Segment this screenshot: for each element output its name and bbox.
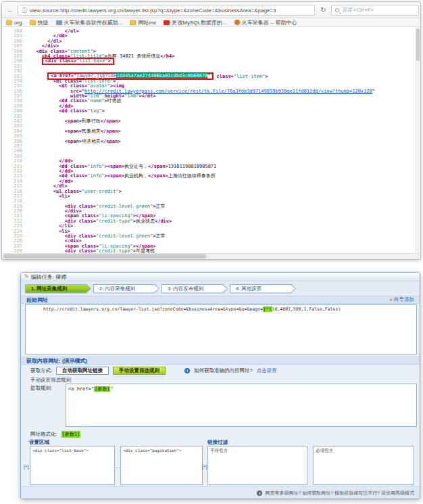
editor-footer: i 网页有多级网址? 如何获取网址? 模板或链接写法不行? 请使用高级模式 [21,486,420,499]
filter-exclude-box[interactable]: 不得包含 [207,446,307,485]
bookmark-item[interactable]: 网站me [130,19,156,26]
editor-title-bar: ✎ 编辑任务: 律师 [21,273,420,281]
rule-param: [参数] [94,386,110,392]
bookmark-item[interactable]: 火车采集器 -- 帮助中心 [234,19,297,26]
search-icon [335,8,339,12]
bookmark-label: 网站me [138,19,156,26]
step-tab-label: 3. 内容发布规则 [162,285,227,293]
url-format-label: 网址格式化: [30,431,57,438]
step-tab-label: 4. 其他设置 [230,285,295,293]
annotation-red-box: <div class="list-base"> [42,58,114,65]
info-icon: i [184,368,190,373]
url-text: view-source:http://credit.lawyers.org.cn… [30,7,276,14]
bookmark-label: 更改MySQL数据库的... [172,19,226,26]
manual-rule-button[interactable]: 手动设置筛选规则 [113,367,166,375]
step-tab-4[interactable]: 4. 其他设置 [230,284,296,294]
line-content: <span>经济相关</span> [30,139,120,144]
step-tabs: 1. 网址采集规则2. 内容采集规则3. 内容发布规则4. 其他设置 [21,282,420,295]
code-line: 202 <span>刑事行政</span> [2,119,420,124]
area-start-value: <div class="list-base"> [32,448,112,453]
bookmark-item[interactable]: 火车采集器软件权威助... [56,19,123,26]
fetch-section-header: 获取内容网址: (演示模式) [21,357,420,365]
manual-sub-label: 手动设置筛选规则 [30,377,71,384]
filter-include-box[interactable]: 必须包含 [313,446,414,485]
horizontal-scrollbar[interactable] [2,253,420,259]
code-line: 185 </dd> [2,34,420,39]
horizontal-scrollbar-thumb[interactable] [3,254,206,258]
view-source-page: 184 </ul>185 </dd>186 </dl>187 </div>188… [2,27,420,254]
area-group-title: 设置区域 [29,439,49,446]
code-line: 190 <div class="list-base"> [2,59,420,64]
url-format-value[interactable]: [参数1] [61,431,81,438]
page-icon [56,20,62,25]
editor-title: 编辑任务: 律师 [31,273,66,281]
line-content: <div class="list-base"> [30,59,114,64]
line-content: <a href="lawyer.jsp?id=1dd45a7ae274406ba… [30,74,268,79]
step-tab-1[interactable]: 1. 网址采集规则 [25,284,91,294]
add-area-start-button[interactable]: [+] [24,464,28,469]
filter-exclude-label: 不得包含 [210,448,305,454]
start-url-row[interactable]: http://credit.lawyers.org.cn/lawyer-list… [26,305,416,313]
browser-window: ← ⓘ view-source:http://credit.lawyers.or… [1,1,421,260]
fetch-method-row: 获取方式: 自动获取网址链接 手动设置筛选规则 i 如何获取准确的内容网址? 点… [21,366,420,375]
fetch-title: 获取内容网址: (演示模式) [26,357,87,365]
bookmark-label: 火车采集器 -- 帮助中心 [242,19,297,26]
code-line: 217 <li> [2,194,420,199]
line-content: <span>民事相关</span> [30,129,120,134]
rule-textarea[interactable]: <a href="[参数]" [66,384,417,427]
rule-prefix: <a href=" [68,386,94,392]
wizard-add-button[interactable]: + 向导添加 [389,296,414,303]
step-tab-label: 2. 内容采集规则 [94,285,159,293]
source-code: 184 </ul>185 </dd>186 </dl>187 </div>188… [2,27,420,254]
url-format-row: 网址格式化: [参数1] [30,431,80,438]
bookmarks-bar: org快捷火车采集器软件权威助...网站me更改MySQL数据库的...火车采集… [2,18,420,27]
footer-hint-text: 网页有多级网址? 如何获取网址? 模板或链接写法不行? 请使用高级模式 [265,490,414,497]
code-line: 207 [2,144,420,149]
code-line: 200 <dd class="tag"> [2,109,420,114]
train-icon [234,20,240,25]
rule-suffix: " [110,386,113,392]
line-content: <li> [30,194,70,199]
bookmark-item[interactable]: 快捷 [30,19,49,26]
plus-icon: + [389,297,393,303]
task-editor-window: ✎ 编辑任务: 律师 1. 网址采集规则2. 内容采集规则3. 内容发布规则4.… [20,272,420,499]
vertical-scrollbar[interactable] [416,27,420,254]
hint-settings-link[interactable]: 点击设置 [257,367,277,374]
start-url-section-header: 起始网址 + 向导添加 [21,296,420,304]
start-url-title: 起始网址 [26,296,48,304]
filter-group-title: 链接过滤 [207,439,228,446]
back-icon[interactable]: ← [5,5,16,15]
search-input[interactable]: 百度 <Ctrl+K> [331,5,419,16]
rule-label: 提取规则: [30,385,52,392]
area-start-box[interactable]: <div class="list-base"> [30,446,115,485]
folder-icon [130,20,136,25]
folder-icon [6,20,12,25]
line-content: <span>刑事行政</span> [30,119,120,124]
url-field[interactable]: ⓘ view-source:http://credit.lawyers.org.… [18,5,315,16]
search-placeholder: 百度 <Ctrl+K> [342,7,374,14]
bookmark-label: 快捷 [38,19,49,26]
bookmark-item[interactable]: 更改MySQL数据库的... [164,19,226,26]
site-info-icon[interactable]: ⓘ [22,7,27,14]
folder-icon [30,20,36,25]
annotation-red-box: <a href="lawyer.jsp?id=1dd45a7ae274406ba… [47,72,214,80]
code-line: 208 [2,149,420,154]
step-tab-2[interactable]: 2. 内容采集规则 [93,284,159,294]
auto-fetch-button[interactable]: 自动获取网址链接 [56,367,109,375]
start-url-list: http://credit.lawyers.org.cn/lawyer-list… [25,304,417,354]
red-icon [164,20,170,25]
code-line: 206 <span>经济相关</span> [2,139,420,144]
bookmark-label: org [14,20,22,26]
area-end-box[interactable]: <div class="pagination"> [120,446,203,485]
step-tab-3[interactable]: 3. 内容发布规则 [161,284,228,294]
add-filter-button[interactable]: [+] [202,464,207,469]
code-line: 193 <a href="lawyer.jsp?id=1dd45a7ae2744… [2,74,420,79]
area-separator: ... [116,464,120,469]
code-line: 204 <span>民事相关</span> [2,129,420,134]
browser-navbar: ← ⓘ view-source:http://credit.lawyers.or… [2,2,420,18]
vertical-scrollbar-thumb[interactable] [416,28,420,61]
bookmark-item[interactable]: org [6,20,22,26]
reload-icon[interactable]: ↻ [318,5,328,16]
bookmark-label: 火车采集器软件权威助... [64,19,123,26]
url-pattern-param: [*] [263,306,272,312]
